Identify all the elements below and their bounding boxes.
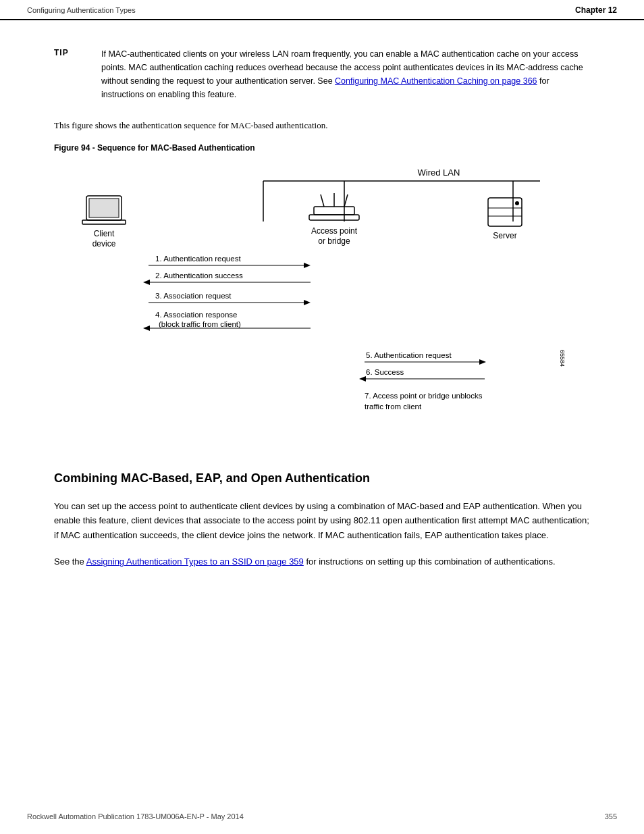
svg-text:Server: Server: [493, 231, 516, 240]
svg-text:7. Access point or bridge unbl: 7. Access point or bridge unblocks: [365, 392, 483, 400]
diagram-svg: Wired LAN Client device Access: [54, 161, 567, 451]
page-footer: Rockwell Automation Publication 1783-UM0…: [0, 812, 644, 820]
main-content: TIP If MAC-authenticated clients on your…: [0, 20, 644, 622]
figure-intro: This figure shows the authentication seq…: [54, 120, 590, 131]
para2-before: See the: [54, 556, 86, 567]
svg-rect-5: [82, 220, 126, 224]
svg-text:2. Authentication success: 2. Authentication success: [155, 271, 243, 280]
svg-marker-35: [479, 359, 486, 365]
page: Configuring Authentication Types Chapter…: [0, 0, 644, 834]
svg-text:traffic from client: traffic from client: [365, 402, 422, 411]
svg-text:4. Association response: 4. Association response: [155, 311, 237, 319]
svg-marker-22: [304, 263, 311, 268]
svg-marker-28: [304, 300, 311, 305]
tip-box: TIP If MAC-authenticated clients on your…: [54, 47, 590, 101]
svg-text:device: device: [92, 239, 116, 249]
tip-text: If MAC-authenticated clients on your wir…: [101, 47, 590, 101]
para2-after: for instructions on setting up this comb…: [304, 556, 556, 567]
svg-text:65584: 65584: [559, 350, 566, 367]
svg-marker-31: [143, 325, 150, 331]
figure-caption: Figure 94 - Sequence for MAC-Based Authe…: [54, 143, 590, 153]
tip-label: TIP: [54, 47, 101, 101]
body-para-2: See the Assigning Authentication Types t…: [54, 554, 590, 569]
tip-link[interactable]: Configuring MAC Authentication Caching o…: [335, 76, 537, 86]
svg-line-10: [321, 194, 324, 207]
svg-text:3. Association request: 3. Association request: [155, 292, 232, 300]
section-heading: Combining MAC-Based, EAP, and Open Authe…: [54, 471, 590, 486]
svg-rect-6: [89, 199, 119, 217]
svg-text:6. Success: 6. Success: [366, 368, 404, 376]
svg-point-19: [515, 201, 519, 205]
svg-marker-38: [359, 376, 366, 382]
svg-text:5. Authentication request: 5. Authentication request: [366, 351, 452, 359]
header-left: Configuring Authentication Types: [27, 6, 136, 14]
diagram-container: Wired LAN Client device Access: [54, 161, 590, 451]
footer-left: Rockwell Automation Publication 1783-UM0…: [27, 812, 244, 820]
svg-text:(block traffic from client): (block traffic from client): [159, 320, 241, 328]
para2-link[interactable]: Assigning Authentication Types to an SSI…: [86, 556, 304, 567]
wired-lan-label: Wired LAN: [418, 167, 460, 178]
svg-text:1. Authentication request: 1. Authentication request: [155, 255, 241, 263]
footer-right: 355: [605, 812, 617, 820]
svg-marker-25: [143, 280, 150, 285]
svg-text:Client: Client: [94, 229, 115, 238]
page-header: Configuring Authentication Types Chapter…: [0, 0, 644, 20]
body-para-1: You can set up the access point to authe…: [54, 499, 590, 542]
svg-text:Access point: Access point: [311, 226, 358, 236]
svg-rect-9: [314, 207, 354, 215]
svg-text:or bridge: or bridge: [318, 236, 350, 246]
header-right: Chapter 12: [575, 5, 617, 15]
svg-rect-13: [309, 215, 359, 220]
